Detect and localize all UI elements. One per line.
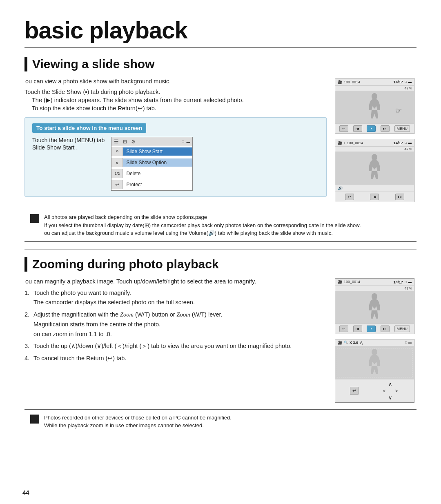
- zoom-step2-sub: Magnification starts from the centre of …: [33, 320, 327, 329]
- cam1-bottombar: ↩ ⏮ ▪ ⏭ MENU: [335, 123, 414, 134]
- section1-intro: ou can view a photo slide show with back…: [25, 78, 327, 85]
- menu-row-1: v Slide Show Option: [111, 157, 192, 168]
- page-title: basic playback: [24, 16, 416, 44]
- menu-icon-grid: ⊞: [123, 139, 127, 145]
- cam3-size-bar: 47M: [335, 286, 414, 291]
- menu-rows: ^ Slide Show Start v Slide Show Option 1…: [111, 146, 192, 190]
- section1-step1a: The (▶) indicator appears. The slide sho…: [32, 97, 327, 103]
- cam3-btn-menu: MENU: [394, 326, 410, 332]
- cam4-up-arrow: ∧: [388, 381, 392, 387]
- cam4-zoom-label: X 3.0: [350, 341, 358, 345]
- section2-bar: [24, 257, 27, 272]
- cam2-counter: 14/17: [393, 140, 403, 145]
- notes-icon-2: [30, 415, 39, 424]
- cam1-size: 47M: [404, 86, 412, 90]
- camera-display-3: 🎥 100_0014 14/17 □ ▬ 47M: [335, 278, 414, 334]
- cam1-top-right: 14/17 □ ▬: [393, 80, 412, 84]
- cam2-battery-icon: ▬: [408, 141, 412, 145]
- zooming-cameras: 🎥 100_0014 14/17 □ ▬ 47M: [335, 278, 416, 403]
- notes-text-1: All photos are played back depending on …: [44, 213, 361, 237]
- cam3-memory-icon: □: [405, 280, 407, 284]
- cam2-photo: [335, 152, 414, 184]
- cam4-center-arrows: ∧ ＜ ＞ ∨: [381, 381, 399, 401]
- cam4-battery-icon: ▬: [408, 341, 412, 344]
- slideshow-section: ou can view a photo slide show with back…: [24, 78, 416, 202]
- zoom-step-2: 2. Adjust the magnification with the Zoo…: [24, 310, 327, 339]
- zoom-step-1: 1. Touch the photo you want to magnify. …: [24, 289, 327, 308]
- camera-display-2: 🎥 ▪ 100_0014 14/17 □ ▬ 47M: [335, 139, 414, 202]
- cam3-photo: [335, 291, 414, 323]
- cam1-topbar: 🎥 100_0014 14/17 □ ▬: [335, 78, 414, 86]
- cam2-icon: 🎥: [338, 141, 342, 145]
- cam1-battery-icon: ▬: [408, 80, 412, 84]
- zoom-step-4: 4. To cancel touch the Return (↩) tab.: [24, 354, 327, 363]
- svg-point-0: [372, 93, 377, 100]
- section2-title: Zooming during photo playback: [32, 257, 219, 271]
- cam1-hand-cursor: ☞: [395, 106, 402, 115]
- section1-heading-container: Viewing a slide show: [24, 57, 416, 71]
- notes-box-1: All photos are played back depending on …: [24, 209, 416, 242]
- cam1-icon: 🎥: [338, 80, 342, 84]
- callout-instructions: Touch the Menu (MENU) tab Slide Show Sta…: [32, 137, 105, 152]
- cam3-btn-prev: ⏮: [353, 326, 362, 332]
- section2-intro: ou can magnify a playback image. Touch u…: [25, 278, 327, 285]
- zoom-step1-sub: The camcorder displays the selected phot…: [33, 298, 327, 307]
- section1-step1b: To stop the slide show touch the Return(…: [32, 105, 327, 112]
- zooming-section: ou can magnify a playback image. Touch u…: [24, 278, 416, 403]
- cam2-topbar: 🎥 ▪ 100_0014 14/17 □ ▬: [335, 139, 414, 147]
- zoom-step-3: 3. Touch the up (∧)/down (∨)/left (＜)/ri…: [24, 342, 327, 351]
- section-rule-2: [24, 249, 416, 250]
- cam1-size-bar: 47M: [335, 86, 414, 91]
- section1-title: Viewing a slide show: [32, 57, 155, 71]
- zoom-step2-num: 2.: [24, 310, 33, 339]
- callout-line2: Slide Show Start .: [32, 144, 105, 151]
- camera-display-4: 🎥 🔍 X 3.0 ⋀ □ ▬: [335, 339, 414, 403]
- note1-line2: If you select the thumbnail display by d…: [44, 221, 361, 230]
- cam4-right-arrow: ＞: [394, 387, 399, 395]
- notes-box-2: Photos recorded on other devices or thos…: [24, 409, 416, 434]
- cam3-top-left: 🎥 100_0014: [338, 280, 360, 284]
- cam3-bottombar: ↩ ⏮ ▪ ⏭ MENU: [335, 323, 414, 334]
- zoom-steps-list: 1. Touch the photo you want to magnify. …: [24, 289, 327, 363]
- zoom-step2-text: Adjust the magnification with the Zoom (…: [33, 310, 327, 339]
- cam3-counter: 14/17: [393, 280, 403, 284]
- cam4-arrows: ↩ ∧ ＜ ＞ ∨: [335, 379, 414, 402]
- menu-nav-1: v: [111, 158, 123, 167]
- cam4-photo: [335, 346, 414, 379]
- zoom-step4-num: 4.: [24, 354, 33, 363]
- cam3-file: 100_0014: [344, 280, 360, 284]
- cam1-btn-play: ▪: [367, 125, 376, 132]
- cam1-btn-prev: ⏮: [353, 125, 362, 132]
- note2-line1: Photos recorded on other devices or thos…: [44, 414, 232, 422]
- callout-inner: Touch the Menu (MENU) tab Slide Show Sta…: [32, 137, 319, 191]
- cam4-memory-icon: □: [405, 341, 407, 344]
- notes-text-2: Photos recorded on other devices or thos…: [44, 414, 232, 430]
- cam2-icon2: ▪: [344, 141, 345, 145]
- section2-heading-container: Zooming during photo playback: [24, 257, 416, 272]
- title-rule: [24, 47, 416, 48]
- cam3-size: 47M: [404, 286, 412, 290]
- menu-row-3: ↩ Protect: [111, 179, 192, 190]
- cam1-btn-menu: MENU: [394, 125, 410, 132]
- cam3-top-right: 14/17 □ ▬: [393, 280, 412, 284]
- menu-mock-topbar: ☰ ⊞ ⚙ □ ▬: [111, 137, 192, 146]
- section1-bar: [24, 57, 27, 71]
- menu-nav-2: 1/2: [111, 169, 123, 178]
- cam4-top-left: 🎥 🔍 X 3.0 ⋀: [338, 341, 363, 345]
- cam2-memory-icon: □: [405, 141, 407, 145]
- menu-icon-gear: ⚙: [131, 139, 136, 145]
- cam2-vol-bar: 🔊: [335, 184, 414, 192]
- callout-header: To start a slide show in the menu screen: [32, 123, 146, 133]
- cam2-btn-prev: ⏮: [370, 194, 379, 200]
- menu-nav-0: ^: [111, 147, 123, 156]
- zoom-step4-text: To cancel touch the Return (↩) tab.: [33, 354, 327, 363]
- cam4-topbar: 🎥 🔍 X 3.0 ⋀ □ ▬: [335, 339, 414, 346]
- cam2-top-right: 14/17 □ ▬: [393, 140, 412, 145]
- cam1-memory-icon: □: [405, 80, 407, 84]
- zoom-step3-num: 3.: [24, 342, 33, 351]
- menu-label-3: Protect: [123, 181, 192, 189]
- note1-line1: All photos are played back depending on …: [44, 213, 361, 221]
- cam2-size-bar: 47M: [335, 147, 414, 152]
- menu-icon-bars: ☰: [114, 138, 119, 145]
- cam4-down-arrow: ∨: [388, 395, 392, 401]
